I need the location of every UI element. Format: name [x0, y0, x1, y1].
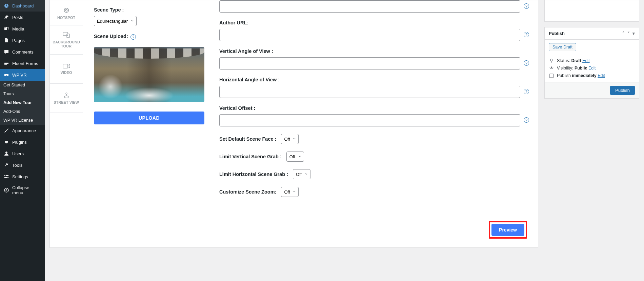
author-url-label: Author URL: — [219, 20, 529, 25]
streetview-icon — [64, 92, 69, 98]
sidebar-item-collapse[interactable]: Collapse menu — [0, 182, 45, 198]
vaov-label: Vertical Angle of View : — [219, 48, 529, 54]
sidebar-item-fluentforms[interactable]: Fluent Forms — [0, 58, 45, 69]
sidebar-item-comments[interactable]: Comments — [0, 46, 45, 58]
scene-vertical-tabs: ◎ HOTSPOT BACKGROUND TOUR VIDEO — [50, 0, 83, 215]
sidebar-item-dashboard[interactable]: Dashboard — [0, 0, 45, 12]
sidebar-item-wpvr[interactable]: WP VR — [0, 69, 45, 81]
author-url-input[interactable] — [219, 29, 520, 41]
svg-rect-6 — [549, 74, 554, 78]
sidebar-label: Users — [12, 151, 24, 156]
scene-type-label: Scene Type : — [94, 7, 209, 13]
preview-button[interactable]: Preview — [491, 224, 524, 236]
media-icon — [3, 26, 9, 32]
sidebar-label: Comments — [12, 49, 34, 55]
save-draft-button[interactable]: Save Draft — [549, 43, 576, 51]
edit-status-link[interactable]: Edit — [582, 58, 590, 63]
publish-box: Publish ˄ ˅ ▾ Save Draft ⚲ Status: Draft… — [544, 27, 639, 99]
sliders-icon — [3, 174, 9, 180]
sidebar-label: Tools — [12, 163, 22, 168]
dropdown-icon[interactable]: ▾ — [632, 31, 635, 36]
info-icon[interactable]: ? — [524, 117, 529, 123]
sidebar-item-settings[interactable]: Settings — [0, 171, 45, 182]
sidebar-item-plugins[interactable]: Plugins — [0, 136, 45, 148]
sidebar-label: Pages — [12, 38, 25, 43]
zoom-select[interactable]: Off — [281, 187, 299, 197]
comment-icon — [3, 49, 9, 55]
form-icon — [3, 60, 9, 66]
info-icon[interactable]: ? — [524, 60, 529, 66]
sidebar-item-tools[interactable]: Tools — [0, 159, 45, 171]
voffset-input[interactable] — [219, 114, 520, 126]
haov-input[interactable] — [219, 86, 520, 98]
plug-icon — [3, 139, 9, 145]
calendar-icon — [549, 73, 554, 78]
wrench-icon — [3, 162, 9, 168]
sidebar-item-appearance[interactable]: Appearance — [0, 125, 45, 136]
sidebar-item-users[interactable]: Users — [0, 148, 45, 159]
scene-type-select[interactable]: Equirectangular — [94, 16, 137, 26]
sidebar-item-media[interactable]: Media — [0, 23, 45, 35]
wpvr-submenu: Get Started Tours Add New Tour Add-Ons W… — [0, 81, 45, 125]
vtab-street-view[interactable]: STREET VIEW — [50, 84, 83, 113]
svg-rect-4 — [63, 64, 68, 68]
sidebar-label: Settings — [12, 174, 28, 179]
svg-point-5 — [66, 93, 67, 94]
publish-title: Publish — [549, 31, 565, 36]
brush-icon — [3, 127, 9, 134]
content-area: ◎ HOTSPOT BACKGROUND TOUR VIDEO — [45, 0, 644, 281]
sidebar-label: WP VR — [12, 73, 26, 78]
scene-upload-label: Scene Upload: — [94, 34, 128, 39]
chevron-up-icon[interactable]: ˄ — [622, 31, 625, 36]
svg-point-0 — [5, 152, 7, 154]
upload-button[interactable]: UPLOAD — [94, 112, 204, 124]
sidebar-label: Media — [12, 26, 24, 32]
submenu-license[interactable]: WP VR License — [0, 116, 45, 125]
default-face-label: Set Default Scene Face : — [219, 136, 276, 142]
vtab-video[interactable]: VIDEO — [50, 55, 83, 84]
scene-upload-preview — [94, 47, 204, 102]
submenu-addons[interactable]: Add-Ons — [0, 107, 45, 116]
submenu-get-started[interactable]: Get Started — [0, 81, 45, 89]
key-icon: ⚲ — [549, 58, 554, 63]
sidebar-label: Collapse menu — [12, 185, 41, 195]
info-icon[interactable]: ? — [524, 89, 529, 94]
edit-visibility-link[interactable]: Edit — [588, 66, 596, 71]
publish-button[interactable]: Publish — [610, 86, 635, 95]
pin-icon — [3, 14, 9, 20]
sidebar-item-posts[interactable]: Posts — [0, 12, 45, 23]
info-icon[interactable]: ? — [524, 3, 529, 9]
preview-highlight: Preview — [489, 221, 527, 239]
submenu-add-new-tour[interactable]: Add New Tour — [0, 98, 45, 107]
scene-top-input[interactable] — [219, 0, 520, 13]
chevron-down-icon[interactable]: ˅ — [627, 31, 630, 36]
sidebar-item-pages[interactable]: Pages — [0, 35, 45, 46]
limit-v-label: Limit Vertical Scene Grab : — [219, 154, 282, 159]
user-icon — [3, 150, 9, 157]
haov-label: Horizontal Angle of View : — [219, 77, 529, 82]
meta-box-upper — [544, 0, 639, 22]
edit-schedule-link[interactable]: Edit — [598, 73, 605, 78]
collapse-icon — [3, 187, 9, 193]
info-icon[interactable]: ? — [524, 32, 529, 37]
submenu-tours[interactable]: Tours — [0, 89, 45, 98]
vtab-background-tour[interactable]: BACKGROUND TOUR — [50, 25, 83, 55]
sidebar-label: Posts — [12, 15, 23, 20]
video-icon — [63, 64, 70, 68]
vr-icon — [3, 72, 9, 78]
vtab-hotspot[interactable]: ◎ HOTSPOT — [50, 0, 83, 25]
sidebar-label: Plugins — [12, 140, 27, 145]
devices-icon — [63, 32, 70, 38]
scene-panel: ◎ HOTSPOT BACKGROUND TOUR VIDEO — [49, 0, 538, 248]
limit-h-label: Limit Horizontal Scene Grab : — [219, 172, 288, 177]
vaov-input[interactable] — [219, 57, 520, 69]
sidebar-label: Appearance — [12, 128, 36, 133]
limit-h-select[interactable]: Off — [293, 169, 310, 179]
default-face-select[interactable]: Off — [281, 134, 299, 144]
eye-icon: 👁 — [549, 66, 554, 71]
admin-sidebar: Dashboard Posts Media Pages Comments Flu… — [0, 0, 45, 281]
info-icon[interactable]: ? — [130, 34, 136, 40]
limit-v-select[interactable]: Off — [286, 152, 304, 162]
gauge-icon — [3, 3, 9, 9]
sidebar-label: Dashboard — [12, 3, 34, 8]
